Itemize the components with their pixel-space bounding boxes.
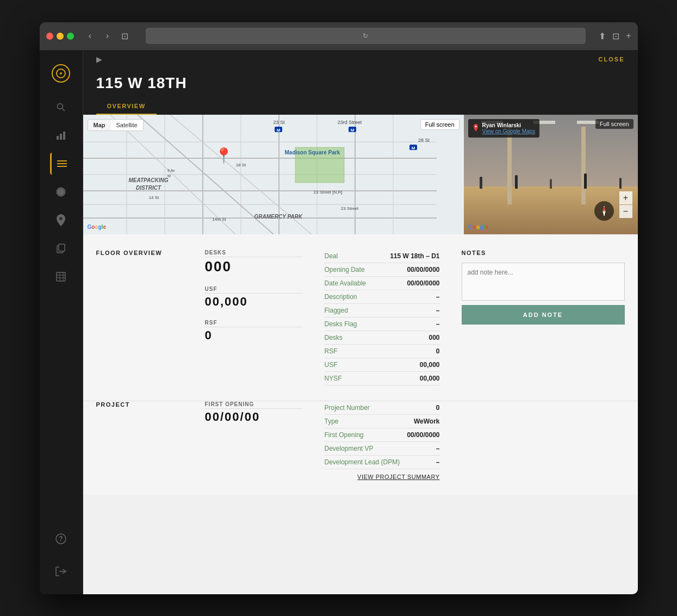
tab-overview[interactable]: OVERVIEW <box>96 98 157 115</box>
details-section: FLOOR OVERVIEW DESKS 000 USF 00,000 <box>83 234 638 401</box>
svg-line-4 <box>63 108 65 111</box>
maximize-window-button[interactable] <box>67 33 74 40</box>
field-label: Development Lead (DPM) <box>325 458 400 466</box>
sidebar-item-location[interactable] <box>50 209 72 231</box>
reader-button[interactable]: ⊡ <box>117 28 133 43</box>
sv-compass <box>594 201 614 221</box>
first-opening-label: FIRST OPENING <box>205 401 303 409</box>
field-label: Development VP <box>325 445 374 452</box>
main-content: ▶ CLOSE 115 W 18TH OVERVIEW <box>83 51 638 594</box>
header: 115 W 18TH OVERVIEW <box>83 68 638 115</box>
svg-text:23 Street: 23 Street <box>340 206 358 211</box>
svg-text:M: M <box>411 146 415 151</box>
rsf-label: RSF <box>205 320 303 327</box>
field-row: Development VP – <box>325 442 440 456</box>
field-row: Type WeWork <box>325 415 440 428</box>
project-label-col: PROJECT <box>96 401 205 480</box>
sidebar-logo[interactable] <box>50 63 72 84</box>
url-bar[interactable]: ↻ <box>146 28 586 44</box>
map-google-logo: Google <box>88 224 106 230</box>
sidebar-item-copy[interactable] <box>50 238 72 259</box>
sidebar-item-help[interactable]: ? <box>50 528 72 550</box>
sidebar-item-layers[interactable] <box>50 181 72 203</box>
sidebar-item-analytics[interactable] <box>50 125 72 146</box>
svg-text:M: M <box>276 128 280 133</box>
project-notes-spacer <box>451 401 625 480</box>
sidebar-item-menu[interactable] <box>50 153 72 175</box>
svg-text:?: ? <box>59 535 63 543</box>
sv-fullscreen-button[interactable]: Full screen <box>595 119 633 129</box>
notes-column: NOTES ADD NOTE <box>451 250 625 385</box>
field-row: Flagged – <box>325 304 440 318</box>
field-label: Opening Date <box>325 266 365 273</box>
field-value: 115 W 18th – D1 <box>390 252 439 260</box>
svg-text:M: M <box>350 128 354 133</box>
field-value: – <box>436 293 440 301</box>
field-value: – <box>436 307 440 314</box>
sv-zoom-out-button[interactable]: − <box>619 205 632 218</box>
usf-label: USF <box>205 286 303 294</box>
madison-square-park-label: Madison Square Park <box>285 149 340 156</box>
fields-column: Deal 115 W 18th – D1 Opening Date 00/00/… <box>314 250 451 385</box>
rsf-metric: RSF 0 <box>205 320 303 343</box>
desks-metric: DESKS 000 <box>205 250 303 275</box>
app-container: ? ▶ CLOSE 115 W 18 <box>40 51 638 594</box>
map-background: M M M 23 St 23rd Street 28 St 18 St 23 S… <box>83 115 464 234</box>
map-type-tabs: Map Satellite <box>88 119 144 131</box>
floor-overview-label: FLOOR OVERVIEW <box>96 250 205 256</box>
svg-rect-7 <box>63 132 65 140</box>
field-label: Flagged <box>325 307 348 314</box>
collapse-button[interactable]: ▶ <box>96 55 103 64</box>
field-label: Desks Flag <box>325 320 357 328</box>
share-icon[interactable]: ⬆ <box>599 31 606 41</box>
map-fullscreen-button[interactable]: Full screen <box>420 119 459 130</box>
sidebar-item-logout[interactable] <box>50 561 72 582</box>
add-note-button[interactable]: ADD NOTE <box>462 305 625 325</box>
sidebar-item-search[interactable] <box>50 96 72 118</box>
desks-value: 000 <box>205 258 303 275</box>
first-opening-metric: FIRST OPENING 00/00/00 <box>205 401 303 424</box>
sv-column-right <box>581 127 586 204</box>
view-project-summary-link[interactable]: VIEW PROJECT SUMMARY <box>325 474 440 480</box>
street-view-container: + − Google <box>464 115 638 234</box>
field-row: RSF 0 <box>325 345 440 358</box>
sv-maps-link[interactable]: View on Google Maps <box>482 128 536 134</box>
sidebar-item-table[interactable] <box>50 266 72 288</box>
field-value: WeWork <box>414 418 440 425</box>
svg-text:23 St: 23 St <box>273 120 285 125</box>
field-row: USF 00,000 <box>325 358 440 372</box>
new-tab-icon[interactable]: + <box>626 31 631 41</box>
svg-rect-5 <box>57 136 59 140</box>
field-value: – <box>436 458 440 466</box>
svg-text:18 St: 18 St <box>235 163 246 167</box>
field-label: RSF <box>325 347 338 355</box>
sv-zoom-in-button[interactable]: + <box>619 191 632 204</box>
field-row: NYSF 00,000 <box>325 372 440 385</box>
field-row: Project Number 0 <box>325 401 440 415</box>
svg-point-2 <box>60 72 62 74</box>
back-button[interactable]: ‹ <box>83 28 98 43</box>
svg-rect-16 <box>59 244 65 251</box>
svg-text:28 St: 28 St <box>418 138 430 143</box>
close-button[interactable]: CLOSE <box>599 56 625 63</box>
map-pin: 📍 <box>214 147 233 165</box>
sv-people <box>464 173 638 189</box>
map-tab-map[interactable]: Map <box>88 120 111 130</box>
details-grid: FLOOR OVERVIEW DESKS 000 USF 00,000 <box>96 250 625 385</box>
project-grid: PROJECT FIRST OPENING 00/00/00 Project N… <box>96 401 625 480</box>
map-tab-satellite[interactable]: Satellite <box>111 120 143 130</box>
top-bar: ▶ CLOSE <box>83 51 638 68</box>
svg-text:8 Av: 8 Av <box>167 169 175 172</box>
svg-text:14th St: 14th St <box>212 217 226 222</box>
close-window-button[interactable] <box>46 33 53 40</box>
forward-button[interactable]: › <box>100 28 115 43</box>
notes-textarea[interactable] <box>462 263 625 301</box>
field-label: Project Number <box>325 404 370 412</box>
project-metrics-col: FIRST OPENING 00/00/00 <box>205 401 314 480</box>
minimize-window-button[interactable] <box>57 33 64 40</box>
meatpacking-label: MEATPACKINGDISTRICT <box>129 177 169 192</box>
field-row: Deal 115 W 18th – D1 <box>325 250 440 263</box>
tabs-icon[interactable]: ⊡ <box>612 31 619 41</box>
field-value: 0 <box>436 347 440 355</box>
svg-rect-17 <box>57 272 65 281</box>
